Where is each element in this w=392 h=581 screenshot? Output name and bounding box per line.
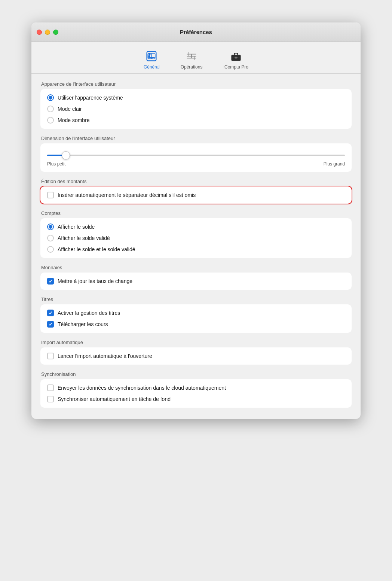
- radio-light-label: Mode clair: [58, 106, 82, 112]
- radio-validated-label: Afficher le solde validé: [58, 235, 110, 241]
- checkbox-sync-bg-label: Synchroniser automatiquement en tâche de…: [58, 396, 171, 402]
- checkbox-download-courses[interactable]: Télécharger les cours: [47, 321, 345, 328]
- checkbox-decimal[interactable]: Insérer automatiquement le séparateur dé…: [47, 192, 345, 198]
- svg-point-6: [148, 55, 150, 57]
- tab-icompta[interactable]: iCompta Pro: [213, 46, 259, 73]
- slider-min-label: Plus petit: [47, 161, 65, 167]
- sync-label: Synchronisation: [40, 371, 352, 377]
- zoom-button[interactable]: [53, 30, 58, 35]
- checkbox-enable-titles-box[interactable]: [47, 310, 54, 316]
- tab-general[interactable]: Général: [133, 46, 170, 73]
- minimize-button[interactable]: [45, 30, 50, 35]
- checkbox-decimal-label: Insérer automatiquement le séparateur dé…: [58, 192, 196, 198]
- checkbox-sync-cloud-box[interactable]: [47, 384, 54, 391]
- slider-labels: Plus petit Plus grand: [47, 161, 345, 167]
- radio-system[interactable]: Utiliser l'apparence système: [47, 94, 345, 101]
- titlebar: Préférences: [31, 22, 361, 42]
- traffic-lights: [37, 30, 58, 35]
- radio-balance-label: Afficher le solde: [58, 224, 95, 230]
- close-button[interactable]: [37, 30, 42, 35]
- checkbox-auto-import-label: Lancer l'import automatique à l'ouvertur…: [58, 353, 152, 359]
- dimension-slider[interactable]: [47, 155, 345, 156]
- dimension-label: Dimension de l'interface utilisateur: [40, 136, 352, 141]
- checkbox-sync-cloud[interactable]: Envoyer les données de synchronisation d…: [47, 384, 345, 391]
- checkbox-exchange[interactable]: Mettre à jour les taux de change: [47, 278, 345, 285]
- checkbox-sync-cloud-label: Envoyer les données de synchronisation d…: [58, 385, 226, 391]
- titres-card: Activer la gestion des titres Télécharge…: [40, 304, 352, 333]
- checkbox-enable-titles-label: Activer la gestion des titres: [58, 310, 120, 316]
- radio-show-both[interactable]: Afficher le solde et le solde validé: [47, 246, 345, 253]
- toolbar: Général Opérations: [31, 42, 361, 74]
- preferences-window: Préférences Général: [31, 22, 361, 419]
- icompta-icon: [229, 49, 243, 63]
- dimension-section: Dimension de l'interface utilisateur Plu…: [40, 136, 352, 172]
- main-content: Apparence de l'interface utilisateur Uti…: [31, 74, 361, 419]
- checkbox-auto-import-box[interactable]: [47, 353, 54, 359]
- slider-wrapper: [47, 149, 345, 159]
- radio-show-validated[interactable]: Afficher le solde validé: [47, 235, 345, 241]
- operations-icon: [185, 49, 198, 63]
- comptes-label: Comptes: [40, 210, 352, 216]
- radio-show-balance[interactable]: Afficher le solde: [47, 223, 345, 230]
- checkbox-exchange-label: Mettre à jour les taux de change: [58, 278, 132, 284]
- radio-dark-label: Mode sombre: [58, 117, 90, 123]
- checkbox-sync-bg[interactable]: Synchroniser automatiquement en tâche de…: [47, 396, 345, 402]
- sync-card: Envoyer les données de synchronisation d…: [40, 379, 352, 408]
- import-card: Lancer l'import automatique à l'ouvertur…: [40, 347, 352, 365]
- tab-general-label: Général: [144, 64, 160, 70]
- tab-icompta-label: iCompta Pro: [223, 64, 248, 70]
- appearance-card: Utiliser l'apparence système Mode clair …: [40, 89, 352, 129]
- radio-both-label: Afficher le solde et le solde validé: [58, 246, 135, 252]
- titres-section: Titres Activer la gestion des titres Tél…: [40, 296, 352, 333]
- tab-operations[interactable]: Opérations: [170, 46, 213, 73]
- checkbox-exchange-box[interactable]: [47, 278, 54, 285]
- checkbox-auto-import[interactable]: Lancer l'import automatique à l'ouvertur…: [47, 353, 345, 359]
- checkbox-download-courses-box[interactable]: [47, 321, 54, 328]
- window-title: Préférences: [180, 29, 212, 35]
- appearance-label: Apparence de l'interface utilisateur: [40, 81, 352, 87]
- checkbox-sync-bg-box[interactable]: [47, 396, 54, 402]
- radio-system-circle[interactable]: [47, 94, 54, 101]
- radio-system-label: Utiliser l'apparence système: [58, 95, 123, 101]
- checkbox-download-courses-label: Télécharger les cours: [58, 321, 108, 327]
- appearance-section: Apparence de l'interface utilisateur Uti…: [40, 81, 352, 129]
- general-icon: [145, 49, 158, 63]
- comptes-card: Afficher le solde Afficher le solde vali…: [40, 218, 352, 258]
- slider-max-label: Plus grand: [324, 161, 345, 167]
- tab-operations-label: Opérations: [181, 64, 203, 70]
- import-label: Import automatique: [40, 340, 352, 345]
- monnaies-section: Monnaies Mettre à jour les taux de chang…: [40, 265, 352, 290]
- edition-section: Édition des montants Insérer automatique…: [40, 179, 352, 204]
- import-section: Import automatique Lancer l'import autom…: [40, 340, 352, 365]
- checkbox-decimal-box[interactable]: [47, 192, 54, 198]
- edition-card: Insérer automatiquement le séparateur dé…: [40, 186, 352, 204]
- radio-dark-circle[interactable]: [47, 117, 54, 124]
- radio-light-circle[interactable]: [47, 106, 54, 112]
- radio-both-circle[interactable]: [47, 246, 54, 253]
- radio-light[interactable]: Mode clair: [47, 106, 345, 112]
- edition-label: Édition des montants: [40, 179, 352, 184]
- checkbox-enable-titles[interactable]: Activer la gestion des titres: [47, 310, 345, 316]
- comptes-section: Comptes Afficher le solde Afficher le so…: [40, 210, 352, 258]
- radio-validated-circle[interactable]: [47, 235, 54, 241]
- monnaies-label: Monnaies: [40, 265, 352, 270]
- radio-dark[interactable]: Mode sombre: [47, 117, 345, 124]
- titres-label: Titres: [40, 296, 352, 302]
- radio-balance-circle[interactable]: [47, 223, 54, 230]
- sync-section: Synchronisation Envoyer les données de s…: [40, 371, 352, 408]
- monnaies-card: Mettre à jour les taux de change: [40, 273, 352, 290]
- dimension-card: Plus petit Plus grand: [40, 143, 352, 172]
